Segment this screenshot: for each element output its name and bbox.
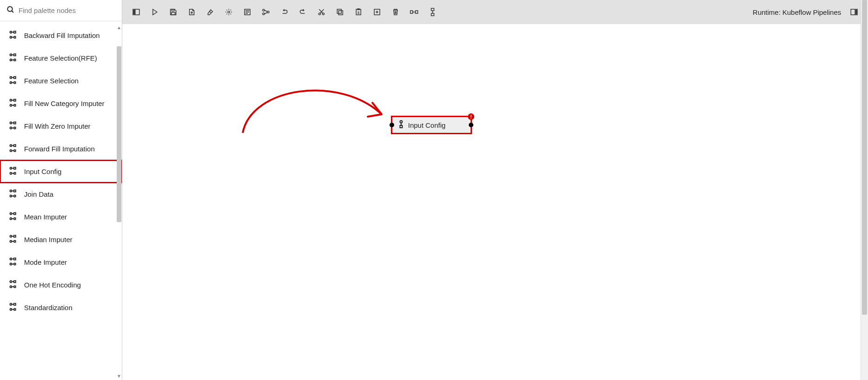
palette-search-input[interactable] [19, 6, 115, 14]
node-input-port[interactable] [390, 123, 394, 127]
palette-item-one-hot-encoding[interactable]: One Hot Encoding [0, 274, 122, 296]
palette-item-backward-fill-imputation[interactable]: Backward Fill Imputation [0, 24, 122, 47]
svg-rect-9 [14, 54, 16, 56]
palette-sidebar: Backward Fill Imputation Feature Selecti… [0, 0, 122, 380]
gear-icon [225, 8, 233, 16]
svg-rect-85 [171, 12, 175, 15]
palette-item-label: Standardization [24, 304, 72, 312]
svg-point-71 [14, 286, 16, 287]
svg-point-92 [263, 9, 264, 11]
scroll-arrow-up-icon[interactable]: ▲ [116, 24, 122, 31]
svg-point-40 [10, 172, 12, 174]
node-icon [8, 30, 19, 41]
svg-point-62 [10, 258, 12, 260]
runtime-label: Runtime: Kubeflow Pipelines [753, 8, 845, 16]
svg-point-34 [10, 150, 12, 151]
palette-item-fill-with-zero-imputer[interactable]: Fill With Zero Imputer [0, 115, 122, 137]
palette-item-mean-imputer[interactable]: Mean Imputer [0, 206, 122, 228]
svg-rect-102 [339, 11, 343, 15]
palette-item-standardization[interactable]: Standardization [0, 296, 122, 319]
palette-list[interactable]: Backward Fill Imputation Feature Selecti… [0, 21, 122, 380]
svg-point-97 [319, 13, 321, 15]
palette-item-feature-selection[interactable]: Feature Selection [0, 69, 122, 92]
svg-line-96 [264, 12, 267, 14]
svg-point-76 [10, 308, 12, 310]
svg-rect-21 [14, 99, 16, 101]
arrange-vertical-icon [429, 8, 436, 16]
copy-icon [336, 8, 344, 16]
scroll-arrow-down-icon[interactable]: ▼ [116, 373, 122, 379]
window-scrollbar[interactable] [861, 0, 868, 380]
arrange-vertical-button[interactable] [423, 3, 442, 21]
panel-right-icon [850, 8, 858, 16]
palette-item-label: Fill With Zero Imputer [24, 122, 90, 131]
svg-point-87 [228, 11, 230, 13]
undo-button[interactable] [275, 3, 294, 21]
palette-item-join-data[interactable]: Join Data [0, 183, 122, 206]
palette-item-mode-imputer[interactable]: Mode Imputer [0, 251, 122, 274]
svg-rect-33 [14, 144, 16, 146]
svg-point-98 [322, 13, 324, 15]
svg-rect-118 [400, 125, 403, 128]
palette-item-input-config[interactable]: Input Config [0, 160, 122, 183]
save-button[interactable] [164, 3, 182, 21]
export-button[interactable] [182, 3, 201, 21]
svg-rect-15 [14, 76, 16, 78]
palette-item-label: One Hot Encoding [24, 281, 81, 289]
svg-point-44 [10, 190, 12, 192]
svg-point-52 [10, 218, 12, 219]
add-button[interactable] [368, 3, 386, 21]
cut-button[interactable] [312, 3, 331, 21]
svg-point-32 [10, 144, 12, 146]
window-scrollbar-thumb[interactable] [862, 0, 867, 315]
svg-point-11 [14, 59, 16, 61]
delete-button[interactable] [386, 3, 405, 21]
paste-icon [355, 8, 362, 16]
svg-line-1 [12, 11, 13, 12]
palette-item-median-imputer[interactable]: Median Imputer [0, 228, 122, 251]
palette-item-forward-fill-imputation[interactable]: Forward Fill Imputation [0, 137, 122, 160]
canvas-node-input-config[interactable]: Input Config ! [391, 116, 472, 134]
arrange-horizontal-button[interactable] [405, 3, 423, 21]
svg-rect-75 [14, 303, 16, 305]
svg-point-77 [14, 308, 16, 310]
clear-button[interactable] [201, 3, 220, 21]
node-icon [8, 279, 19, 291]
svg-point-58 [10, 240, 12, 242]
node-output-port[interactable] [469, 123, 473, 127]
nodes-view-button[interactable] [257, 3, 275, 21]
node-icon [8, 52, 19, 64]
node-icon [8, 98, 19, 109]
svg-point-53 [14, 218, 16, 219]
copy-button[interactable] [331, 3, 349, 21]
search-icon [6, 6, 15, 15]
palette-item-label: Backward Fill Imputation [24, 31, 100, 40]
svg-point-117 [400, 120, 403, 123]
panel-toggle-left-button[interactable] [127, 3, 145, 21]
svg-point-17 [14, 81, 16, 83]
save-icon [170, 8, 177, 16]
palette-item-label: Forward Fill Imputation [24, 145, 95, 153]
redo-button[interactable] [294, 3, 312, 21]
svg-rect-82 [133, 10, 135, 14]
svg-rect-116 [855, 10, 857, 14]
comment-button[interactable] [238, 3, 257, 21]
paste-button[interactable] [349, 3, 368, 21]
svg-point-47 [14, 195, 16, 197]
canvas-node-label: Input Config [408, 121, 446, 129]
svg-rect-63 [14, 258, 16, 260]
run-button[interactable] [145, 3, 164, 21]
svg-rect-111 [431, 8, 434, 11]
palette-item-feature-selection-rfe[interactable]: Feature Selection(RFE) [0, 47, 122, 69]
palette-item-fill-new-category-imputer[interactable]: Fill New Category Imputer [0, 92, 122, 115]
palette-item-label: Fill New Category Imputer [24, 100, 104, 108]
palette-scrollbar-thumb[interactable] [117, 46, 121, 222]
redo-icon [299, 8, 307, 16]
svg-rect-3 [14, 31, 16, 33]
settings-button[interactable] [220, 3, 238, 21]
svg-point-46 [10, 195, 12, 197]
palette-item-label: Input Config [24, 168, 62, 176]
palette-item-label: Join Data [24, 190, 53, 199]
pipeline-canvas[interactable]: Input Config ! [122, 24, 868, 380]
svg-point-50 [10, 212, 12, 214]
